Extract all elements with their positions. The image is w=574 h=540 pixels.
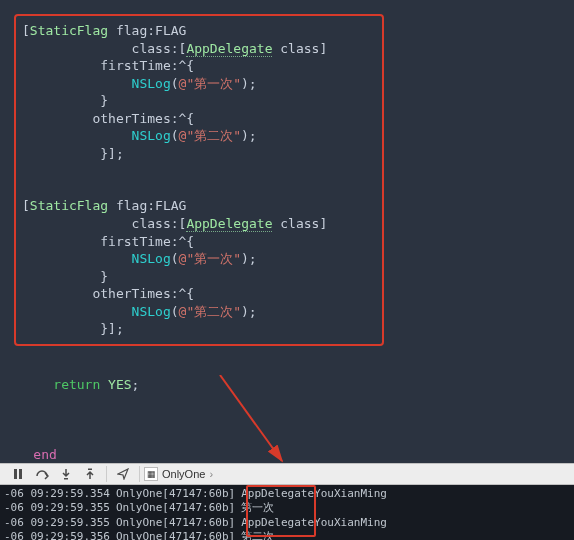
code-line — [22, 180, 376, 198]
step-out-button[interactable] — [78, 464, 102, 484]
svg-rect-3 — [64, 478, 68, 480]
step-over-icon — [35, 468, 49, 480]
pause-button[interactable] — [6, 464, 30, 484]
scheme-icon: ▦ — [144, 467, 158, 481]
step-out-icon — [84, 468, 96, 480]
step-in-button[interactable] — [54, 464, 78, 484]
code-line: } — [22, 92, 376, 110]
svg-rect-4 — [88, 469, 92, 471]
svg-rect-2 — [19, 469, 22, 479]
code-line: otherTimes:^{ — [22, 110, 376, 128]
toolbar-separator — [139, 466, 140, 482]
chevron-right-icon: › — [209, 468, 213, 480]
debug-location-button[interactable] — [111, 464, 135, 484]
location-icon — [117, 468, 129, 480]
console-row: -06 09:29:59.356OnlyOne[47147:60b]第二次 — [4, 530, 570, 540]
console-row: -06 09:29:59.355OnlyOne[47147:60b]AppDel… — [4, 516, 570, 530]
code-line: }]; — [22, 320, 376, 338]
code-line: NSLog(@"第二次"); — [22, 303, 376, 321]
code-line: [StaticFlag flag:FLAG — [22, 22, 376, 40]
scheme-selector[interactable]: ▦ OnlyOne › — [144, 467, 213, 481]
code-line: class:[AppDelegate class] — [22, 40, 376, 58]
continue-button[interactable] — [30, 464, 54, 484]
code-line: otherTimes:^{ — [22, 285, 376, 303]
code-line: NSLog(@"第一次"); — [22, 75, 376, 93]
code-line: }]; — [22, 145, 376, 163]
console-row: -06 09:29:59.355OnlyOne[47147:60b]第一次 — [4, 501, 570, 515]
code-line: [StaticFlag flag:FLAG — [22, 197, 376, 215]
code-line: NSLog(@"第二次"); — [22, 127, 376, 145]
step-in-icon — [60, 468, 72, 480]
console-output[interactable]: -06 09:29:59.354OnlyOne[47147:60b]AppDel… — [0, 485, 574, 540]
code-line: firstTime:^{ — [22, 233, 376, 251]
code-line: NSLog(@"第一次"); — [22, 250, 376, 268]
toolbar-separator — [106, 466, 107, 482]
debug-toolbar: ▦ OnlyOne › — [0, 463, 574, 485]
scheme-label: OnlyOne — [162, 468, 205, 480]
pause-icon — [13, 468, 23, 480]
console-row: -06 09:29:59.354OnlyOne[47147:60b]AppDel… — [4, 487, 570, 501]
code-line: class:[AppDelegate class] — [22, 215, 376, 233]
svg-rect-1 — [14, 469, 17, 479]
highlight-box: [StaticFlag flag:FLAG class:[AppDelegate… — [14, 14, 384, 346]
code-line — [22, 162, 376, 180]
code-line: } — [22, 268, 376, 286]
code-line: firstTime:^{ — [22, 57, 376, 75]
return-statement: return YES; — [0, 356, 574, 415]
code-editor[interactable]: [StaticFlag flag:FLAG class:[AppDelegate… — [0, 0, 574, 481]
